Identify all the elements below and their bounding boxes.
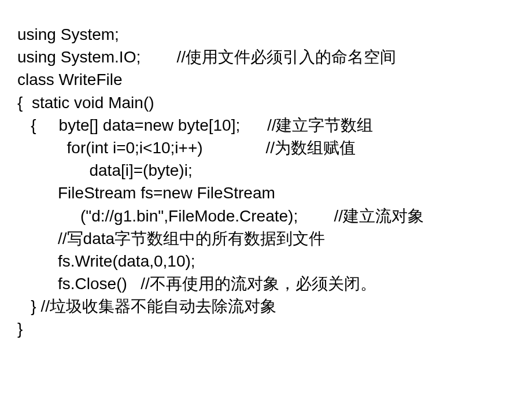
code-line-13: } //垃圾收集器不能自动去除流对象 — [17, 295, 515, 317]
code-line-11: fs.Write(data,0,10); — [17, 250, 515, 272]
code-comment: //建立流对象 — [334, 207, 424, 225]
code-line-7: data[i]=(byte)i; — [17, 159, 515, 182]
code-line-5: { byte[] data=new byte[10]; //建立字节数组 — [17, 114, 515, 136]
code-block: using System; using System.IO; //使用文件必须引… — [0, 0, 532, 358]
code-line-4: { static void Main() — [17, 91, 515, 114]
code-line-8: FileStream fs=new FileStream — [17, 182, 515, 204]
code-line-12: fs.Close() //不再使用的流对象，必须关闭。 — [17, 272, 515, 295]
code-text: fs.Close() — [17, 275, 141, 293]
code-line-14: } — [17, 317, 515, 340]
code-line-2: using System.IO; //使用文件必须引入的命名空间 — [17, 46, 515, 68]
code-line-6: for(int i=0;i<10;i++) //为数组赋值 — [17, 136, 515, 159]
code-text: ("d://g1.bin",FileMode.Create); — [17, 207, 334, 225]
code-comment: //使用文件必须引入的命名空间 — [176, 48, 396, 66]
code-line-1: using System; — [17, 23, 515, 46]
code-line-10: //写data字节数组中的所有数据到文件 — [17, 227, 515, 250]
code-comment: //不再使用的流对象，必须关闭。 — [141, 275, 376, 293]
code-line-3: class WriteFile — [17, 68, 515, 91]
code-text: for(int i=0;i<10;i++) — [17, 139, 266, 157]
code-text: { byte[] data=new byte[10]; — [17, 116, 267, 134]
code-comment: //建立字节数组 — [267, 116, 374, 134]
code-line-9: ("d://g1.bin",FileMode.Create); //建立流对象 — [17, 205, 515, 227]
code-comment: //为数组赋值 — [266, 139, 356, 157]
code-text: using System.IO; — [17, 48, 176, 66]
